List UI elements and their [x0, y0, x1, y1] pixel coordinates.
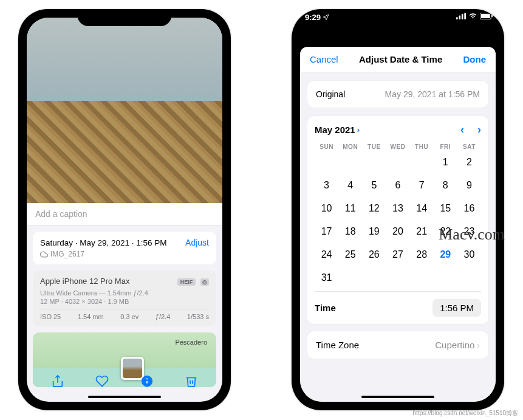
- weekday-cell: SAT: [457, 143, 481, 150]
- chevron-right-icon: ›: [477, 340, 480, 350]
- calendar-day[interactable]: 31: [315, 269, 338, 286]
- exposure-specs: ISO 25 1.54 mm 0.3 ev ƒ/2.4 1/533 s: [40, 309, 209, 320]
- svg-rect-5: [459, 16, 460, 19]
- calendar-day[interactable]: 8: [434, 177, 457, 194]
- calendar-day[interactable]: 2: [457, 154, 481, 171]
- calendar-day[interactable]: 4: [338, 177, 362, 194]
- calendar-day[interactable]: 20: [386, 223, 409, 240]
- calendar-empty: [362, 154, 386, 171]
- bottom-toolbar: [27, 369, 222, 393]
- calendar-day[interactable]: 18: [338, 223, 362, 240]
- home-indicator[interactable]: [88, 396, 161, 398]
- cloud-icon: [40, 250, 48, 258]
- map-place-label: Pescadero: [175, 339, 207, 346]
- calendar-day[interactable]: 29: [434, 246, 457, 263]
- calendar-day[interactable]: 6: [386, 177, 409, 194]
- svg-rect-6: [462, 14, 463, 19]
- calendar-day[interactable]: 27: [386, 246, 409, 263]
- calendar-day[interactable]: 17: [315, 223, 338, 240]
- timezone-label: Time Zone: [316, 340, 359, 350]
- ev-spec: 0.3 ev: [120, 313, 138, 320]
- month-picker[interactable]: May 2021›: [315, 125, 360, 135]
- calendar-empty: [338, 269, 362, 286]
- signal-icon: [456, 13, 466, 19]
- modal-header: Cancel Adjust Date & Time Done: [300, 47, 496, 72]
- notch: [78, 9, 172, 26]
- info-icon[interactable]: [140, 374, 154, 388]
- original-value: May 29, 2021 at 1:56 PM: [385, 89, 480, 99]
- calendar-day[interactable]: 25: [338, 246, 362, 263]
- prev-month-button[interactable]: ‹: [460, 123, 464, 136]
- date-label: Saturday · May 29, 2021 · 1:56 PM: [40, 238, 167, 247]
- filename-row: IMG_2617: [40, 250, 209, 258]
- location-arrow-icon: [323, 14, 329, 21]
- calendar-empty: [315, 154, 338, 171]
- done-button[interactable]: Done: [463, 54, 486, 64]
- svg-point-3: [146, 378, 148, 379]
- calendar-day[interactable]: 26: [362, 246, 386, 263]
- calendar-day[interactable]: 1: [434, 154, 457, 171]
- calendar-empty: [410, 154, 434, 171]
- photo-preview[interactable]: [27, 18, 222, 203]
- metadata-card: Saturday · May 29, 2021 · 1:56 PM Adjust…: [33, 232, 216, 264]
- weekday-cell: WED: [386, 143, 409, 150]
- home-indicator[interactable]: [361, 396, 434, 398]
- calendar-day[interactable]: 24: [315, 246, 338, 263]
- weekday-cell: FRI: [434, 143, 457, 150]
- calendar-day[interactable]: 11: [338, 200, 362, 217]
- calendar-day[interactable]: 9: [457, 177, 481, 194]
- calendar-day[interactable]: 12: [362, 200, 386, 217]
- shutter-spec: 1/533 s: [187, 313, 209, 320]
- calendar-day[interactable]: 16: [457, 200, 481, 217]
- resolution-spec: 12 MP · 4032 × 3024 · 1.9 MB: [40, 298, 209, 305]
- calendar-empty: [457, 269, 481, 286]
- lens-spec: Ultra Wide Camera — 1.54mm ƒ/2.4: [40, 289, 209, 297]
- calendar-empty: [386, 154, 409, 171]
- next-month-button[interactable]: ›: [477, 123, 481, 136]
- adjust-button[interactable]: Adjust: [185, 238, 209, 247]
- cancel-button[interactable]: Cancel: [310, 54, 338, 64]
- favorite-icon[interactable]: [95, 374, 109, 388]
- original-date-row: Original May 29, 2021 at 1:56 PM: [307, 81, 488, 108]
- calendar-empty: [338, 154, 362, 171]
- calendar-day[interactable]: 14: [410, 200, 434, 217]
- calendar-grid: 1234567891011121314151617181920212223242…: [315, 154, 481, 286]
- time-label: Time: [315, 303, 336, 313]
- wifi-icon: [468, 13, 477, 19]
- share-icon[interactable]: [50, 374, 65, 388]
- calendar-card: May 2021› ‹ › SUNMONTUEWEDTHUFRISAT 1234…: [307, 116, 488, 324]
- svg-rect-10: [491, 15, 493, 18]
- timezone-row[interactable]: Time Zone Cupertino ›: [307, 331, 488, 359]
- calendar-day[interactable]: 19: [362, 223, 386, 240]
- trash-icon[interactable]: [184, 374, 199, 388]
- iso-spec: ISO 25: [40, 313, 61, 320]
- caption-input[interactable]: Add a caption: [27, 203, 222, 225]
- watermark: Macv.com: [439, 225, 505, 244]
- calendar-day[interactable]: 5: [362, 177, 386, 194]
- calendar-day[interactable]: 3: [315, 177, 338, 194]
- calendar-day[interactable]: 15: [434, 200, 457, 217]
- calendar-day[interactable]: 30: [457, 246, 481, 263]
- original-label: Original: [316, 89, 345, 99]
- filename-text: IMG_2617: [50, 250, 84, 258]
- svg-rect-4: [456, 17, 458, 19]
- calendar-day[interactable]: 7: [410, 177, 434, 194]
- svg-rect-7: [464, 13, 466, 19]
- chevron-right-icon: ›: [357, 125, 360, 134]
- battery-icon: [480, 13, 493, 19]
- weekday-cell: SUN: [315, 143, 338, 150]
- time-picker[interactable]: 1:56 PM: [432, 299, 481, 317]
- time-row: Time 1:56 PM: [315, 291, 481, 317]
- calendar-day[interactable]: 21: [410, 223, 434, 240]
- notch: [351, 9, 445, 26]
- raw-badge-icon: ◎: [200, 278, 209, 286]
- format-badge: HEIF: [177, 278, 196, 286]
- calendar-day[interactable]: 10: [315, 200, 338, 217]
- weekday-header: SUNMONTUEWEDTHUFRISAT: [315, 143, 481, 150]
- timezone-value: Cupertino: [435, 340, 474, 350]
- calendar-day[interactable]: 28: [410, 246, 434, 263]
- calendar-empty: [362, 269, 386, 286]
- calendar-empty: [410, 269, 434, 286]
- calendar-day[interactable]: 13: [386, 200, 409, 217]
- weekday-cell: MON: [338, 143, 362, 150]
